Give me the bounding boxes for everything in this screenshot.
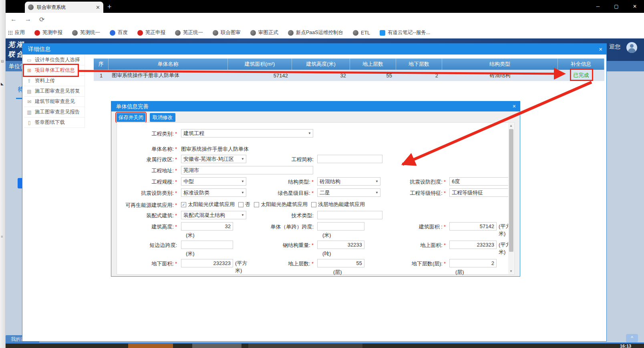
- area-input[interactable]: [449, 222, 497, 231]
- bookmark-item[interactable]: ETL: [353, 30, 370, 36]
- above-floors-input[interactable]: [317, 259, 364, 267]
- short-name-input[interactable]: [317, 155, 382, 163]
- dock-pointer-icon[interactable]: ◣: [1, 82, 4, 86]
- seismic-category-select[interactable]: 标准设防类▼: [181, 188, 246, 197]
- apps-shortcut[interactable]: 应用: [8, 29, 25, 36]
- unit-form: 工程类别:* 建筑工程▼ 单体名称:* 图审系统操作手册非人防单体 隶属行政区:…: [117, 122, 515, 275]
- bookmark-item[interactable]: 审图正式: [250, 29, 278, 36]
- bookmark-favicon: [213, 30, 218, 36]
- window-close-button[interactable]: ✕: [626, 0, 644, 13]
- bookmark-item[interactable]: 有道云笔记--服务...: [380, 29, 430, 36]
- cancel-edit-button[interactable]: 取消修改: [150, 113, 175, 122]
- browser-navbar: ← → ⟳: [0, 13, 644, 27]
- tech-type-input[interactable]: [317, 211, 382, 219]
- welcome-text: 迎您: [609, 43, 620, 51]
- back-icon[interactable]: ←: [10, 16, 17, 23]
- window-minimize-button[interactable]: ─: [589, 0, 607, 13]
- scroll-down-icon[interactable]: ▼: [508, 269, 514, 274]
- folder-icon: ▭: [26, 57, 32, 63]
- label-seismic-intensity: 抗震设防烈度:*: [384, 178, 446, 186]
- save-and-close-button[interactable]: 保存并关闭: [117, 113, 145, 122]
- detail-panel-close-icon[interactable]: ×: [599, 44, 602, 55]
- height-input[interactable]: [181, 222, 233, 231]
- checkbox-solar-pv[interactable]: ✓太阳能光伏建筑应用: [181, 201, 235, 208]
- report-icon: ▥: [26, 109, 32, 115]
- taskbar-segment: [248, 344, 362, 348]
- label-unit-name: 单体名称:*: [117, 146, 177, 153]
- cell-unit-name: 图审系统操作手册非人防单体: [109, 72, 228, 79]
- checkbox-solar-thermal[interactable]: 太阳能光热建筑应用: [254, 201, 308, 208]
- bookmark-item[interactable]: 新点PaaS运维控制台: [288, 29, 343, 36]
- tab-close-icon[interactable]: ✕: [96, 4, 100, 10]
- bookmark-item[interactable]: 芜正统一: [175, 29, 203, 36]
- bookmark-item[interactable]: 联合图审: [213, 29, 241, 36]
- checkbox-icon: [311, 202, 316, 207]
- label-scale: 工程规模:*: [117, 178, 177, 186]
- table-row[interactable]: 1 图审系统操作手册非人防单体 57142 32 55 2 砖混结构 已完成: [94, 70, 604, 81]
- unit-table: 序 单体名称 建筑面积(m²) 建筑高度(米) 地上层数 地下层数 结构类型 补…: [94, 59, 604, 81]
- dock-window-icon[interactable]: ⊟: [1, 59, 4, 63]
- col-structure: 结构类型: [442, 59, 558, 70]
- collapse-button[interactable]: ^: [626, 334, 638, 342]
- scroll-up-icon[interactable]: ▲: [508, 123, 514, 128]
- grade-feature-input[interactable]: [449, 188, 513, 197]
- user-avatar[interactable]: [626, 42, 637, 53]
- cell-area: 57142: [228, 73, 292, 79]
- seismic-intensity-select[interactable]: 6度▼: [449, 177, 513, 186]
- region-select[interactable]: 安徽省-芜湖市-鸠江区▼: [181, 155, 246, 163]
- menu-item-material-upload[interactable]: ⇧资料上传: [24, 76, 85, 86]
- prefab-select[interactable]: 装配式混凝土结构▼: [181, 211, 246, 219]
- annotation-box-status: [570, 69, 593, 81]
- menu-item-energy-opinion[interactable]: ✉建筑节能审查意见: [24, 97, 85, 107]
- short-span-unit: (米): [186, 250, 195, 257]
- new-tab-button[interactable]: +: [107, 2, 112, 11]
- bookmark-favicon: [137, 30, 143, 36]
- bookmark-item[interactable]: 芜测统一: [72, 29, 100, 36]
- above-floors-unit: (层): [333, 269, 342, 276]
- label-renewable: 可再生能源建筑应用:*: [117, 202, 177, 209]
- browser-tab[interactable]: 联合审查系统 ✕: [25, 2, 103, 13]
- project-type-select[interactable]: 建筑工程▼: [181, 129, 313, 138]
- address-input[interactable]: [181, 166, 313, 174]
- chevron-down-icon: ▼: [241, 211, 244, 219]
- menu-item-review-reply[interactable]: ▤施工图审查意见答复: [24, 86, 85, 97]
- checkbox-none[interactable]: 否: [238, 201, 250, 208]
- menu-item-drawing-download[interactable]: ▯签章图纸下载: [24, 117, 85, 128]
- label-prefab: 装配式建筑:*: [117, 212, 177, 219]
- span-input[interactable]: [317, 222, 364, 231]
- steel-weight-input[interactable]: [317, 241, 364, 249]
- label-above-floors: 地上层数:*: [252, 260, 314, 267]
- above-area-input[interactable]: [449, 241, 497, 249]
- download-icon: ▯: [26, 120, 32, 125]
- bookmark-favicon: [380, 30, 385, 36]
- bookmark-item[interactable]: 芜测申报: [34, 29, 62, 36]
- label-structure: 结构类型:*: [252, 178, 314, 186]
- span-unit: (米): [322, 232, 331, 239]
- label-project-type: 工程类别:*: [117, 130, 177, 138]
- col-status: 补全信息: [558, 59, 604, 70]
- short-span-input[interactable]: [181, 241, 233, 249]
- reload-icon[interactable]: ⟳: [39, 16, 44, 23]
- menu-item-review-report[interactable]: ▥施工图审查意见报告: [24, 107, 85, 117]
- bookmark-item[interactable]: 芜正申报: [137, 29, 165, 36]
- structure-select[interactable]: 砖混结构▼: [317, 177, 380, 186]
- window-maximize-button[interactable]: ▢: [607, 0, 626, 13]
- green-star-select[interactable]: 二星▼: [317, 188, 380, 197]
- below-area-input[interactable]: [181, 259, 233, 267]
- col-height: 建筑高度(米): [292, 59, 350, 70]
- form-scrollbar[interactable]: ▲ ▼: [508, 123, 514, 274]
- taskbar-clock: 16:13: [620, 344, 631, 348]
- modal-close-icon[interactable]: ×: [513, 101, 516, 111]
- chevron-down-icon: ▼: [308, 129, 311, 137]
- bookmark-item[interactable]: 百度: [110, 29, 128, 36]
- checkbox-geothermal[interactable]: 浅层地热能建筑应用: [311, 201, 365, 208]
- scale-select[interactable]: 中型▼: [181, 177, 246, 186]
- chevron-down-icon: ▼: [241, 178, 244, 185]
- forward-icon[interactable]: →: [25, 16, 31, 23]
- below-floors-input[interactable]: [449, 259, 497, 267]
- label-height: 建筑高度:*: [117, 223, 177, 231]
- scrollbar-thumb[interactable]: [509, 129, 513, 252]
- chevron-down-icon: ▼: [375, 178, 378, 185]
- label-seismic-category: 抗震设防类别:*: [117, 190, 177, 197]
- dock-list-icon[interactable]: ≡: [1, 235, 3, 239]
